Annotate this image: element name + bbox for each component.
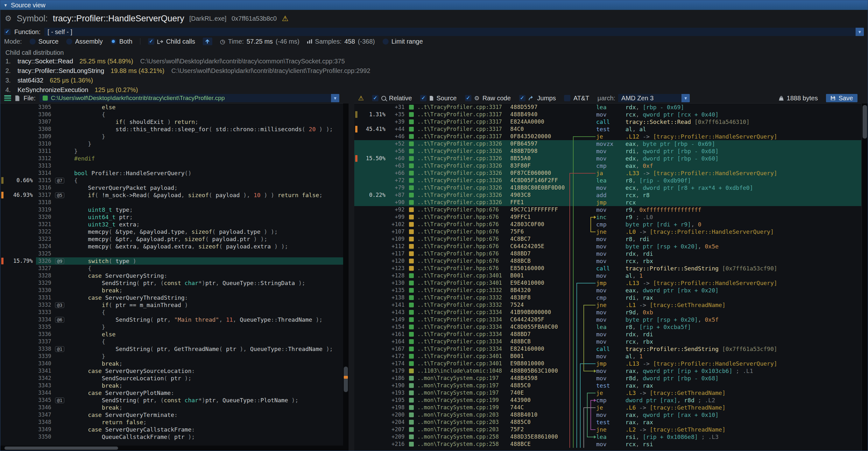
source-line[interactable]: 3323@ memcpy( &ptr, &payload.ptr, sizeof… xyxy=(0,235,343,243)
source-line[interactable]: 3332@3 if( ptr == m_mainThread ) xyxy=(0,301,343,309)
asm-instruction[interactable]: +167..t\TracyProfiler.cpp:3334E824160000… xyxy=(354,345,861,353)
asm-instruction[interactable]: +107..t\TracyProfiler.hpp:67675F6jne.L0 … xyxy=(354,228,861,235)
asm-instruction[interactable]: +200..mon\TracySystem.cpp:203488B4010mov… xyxy=(354,411,861,419)
source-horizontal-scrollbar[interactable] xyxy=(0,446,343,451)
source-line[interactable]: 3325@ xyxy=(0,250,343,257)
raw-code-checkbox[interactable]: ✓ ⚙ Raw code xyxy=(465,95,511,102)
collapse-arrow-icon[interactable]: ▼ xyxy=(3,3,8,8)
asm-instruction[interactable]: +179..1103\include\atomic:1048488B05B63C… xyxy=(354,367,861,374)
source-line[interactable]: 3334@6 SendString( ptr, "Main thread", 1… xyxy=(0,316,343,323)
child-call-entry[interactable]: 1.tracy::Socket::Read25.25 ms (54.89%)C:… xyxy=(5,56,863,66)
source-line[interactable]: 3312@#endif xyxy=(0,155,343,162)
source-line[interactable]: 3306@ { xyxy=(0,111,343,118)
mode-radio-both[interactable]: Both xyxy=(111,38,132,45)
source-line[interactable]: 3348@ return false; xyxy=(0,419,343,426)
asm-instruction[interactable]: 0.22%+87..t\TracyProfiler.cpp:33264903C8… xyxy=(354,191,861,199)
source-line[interactable]: 3338@1 SendString( ptr, GetThreadName( p… xyxy=(0,345,343,353)
source-line[interactable]: 3340@ break; xyxy=(0,360,343,367)
source-line[interactable]: 3308@ std::this_thread::sleep_for( std::… xyxy=(0,125,343,133)
source-line[interactable]: 3342@ SendSourceLocation( ptr ); xyxy=(0,374,343,382)
asm-instruction[interactable]: +149..t\TracyProfiler.cpp:3334C64424205F… xyxy=(354,316,861,323)
asm-instruction[interactable]: +90..t\TracyProfiler.cpp:3326FFE1jmprcx xyxy=(354,199,861,206)
asm-instruction[interactable]: +161..t\TracyProfiler.cpp:3334488BD7movr… xyxy=(354,331,861,338)
file-combo[interactable]: C:\Users\wolf\Desktop\darkrl\contrib\tra… xyxy=(39,94,339,102)
source-vertical-scrollbar[interactable] xyxy=(343,103,348,451)
source-line[interactable]: 3341@ case ServerQuerySourceLocation: xyxy=(0,367,343,374)
source-line[interactable]: 3320@ uint64_t ptr; xyxy=(0,213,343,221)
source-line[interactable]: 3335@ } xyxy=(0,323,343,331)
source-checkbox[interactable]: ✓ Source xyxy=(420,95,457,102)
source-line[interactable]: 3347@ case ServerQueryTerminate: xyxy=(0,411,343,419)
asm-instruction[interactable]: +216..mon\TracySystem.cpp:258488BCEmovrc… xyxy=(354,441,861,448)
source-line[interactable]: 0.66%3315@7{ xyxy=(0,177,343,184)
asm-instruction[interactable]: +52..t\TracyProfiler.cpp:33260FB64597mov… xyxy=(354,140,861,147)
asm-instruction[interactable]: 15.50%+60..t\TracyProfiler.cpp:33268B55A… xyxy=(354,155,861,162)
scrollbar-thumb[interactable] xyxy=(344,367,348,392)
source-line[interactable]: 3313@ xyxy=(0,162,343,170)
child-call-entry[interactable]: 4.KeSynchronizeExecution125 μs (0.27%) xyxy=(5,85,863,93)
source-line[interactable]: 3307@ if( shouldExit ) return; xyxy=(0,118,343,125)
source-line[interactable]: 3324@ memcpy( &extra, &payload.extra, si… xyxy=(0,243,343,250)
asm-instruction[interactable]: +109..t\TracyProfiler.hpp:6764C8BC7movr8… xyxy=(354,235,861,243)
scrollbar-thumb[interactable] xyxy=(4,447,118,450)
source-line[interactable]: 3329@ SendString( ptr, (const char*)ptr,… xyxy=(0,279,343,287)
asm-instruction[interactable]: +39..t\TracyProfiler.cpp:3317E824AA0000c… xyxy=(354,118,861,125)
asm-instruction[interactable]: +123..t\TracyProfiler.hpp:676E850160000c… xyxy=(354,265,861,272)
asm-instruction[interactable]: +72..t\TracyProfiler.cpp:33264C8D05F146F… xyxy=(354,177,861,184)
asm-instruction[interactable]: +135..t\TracyProfiler.cpp:33328B4320move… xyxy=(354,287,861,294)
limit-range-checkbox[interactable]: Limit range xyxy=(382,38,423,45)
source-line[interactable]: 3336@ else xyxy=(0,331,343,338)
asm-instruction[interactable]: +190..mon\TracySystem.cpp:1974885C0testr… xyxy=(354,382,861,389)
asm-instruction[interactable]: +102..t\TracyProfiler.hpp:67642803C0F00c… xyxy=(354,221,861,228)
march-combo[interactable]: AMD Zen 3 ▼ xyxy=(618,94,690,102)
asm-instruction[interactable]: +79..t\TracyProfiler.cpp:3326418B8C80E0B… xyxy=(354,184,861,191)
asm-instruction[interactable]: +204..mon\TracySystem.cpp:2034885C0testr… xyxy=(354,419,861,426)
child-call-entry[interactable]: 2.tracy::Profiler::SendLongString19.88 m… xyxy=(5,66,863,76)
source-line[interactable]: 3305@ else xyxy=(0,103,343,111)
source-line[interactable]: 3331@ case ServerQueryThreadString: xyxy=(0,294,343,301)
asm-instruction[interactable]: +164..t\TracyProfiler.cpp:3334488BCBmovr… xyxy=(354,338,861,345)
asm-instruction[interactable]: +172..t\TracyProfiler.cpp:3401B001moval,… xyxy=(354,353,861,360)
source-line[interactable]: 3339@ } xyxy=(0,353,343,360)
asm-instruction[interactable]: +31..t\TracyProfiler.cpp:3317488D5597lea… xyxy=(354,103,861,111)
asm-instruction[interactable]: 45.41%+44..t\TracyProfiler.cpp:331784C0t… xyxy=(354,125,861,133)
source-line[interactable]: 3318@ xyxy=(0,199,343,206)
file-combo-arrow[interactable]: ▼ xyxy=(331,94,339,102)
source-line[interactable]: 3309@ } xyxy=(0,133,343,140)
source-line[interactable]: 3319@ uint8_t type; xyxy=(0,206,343,213)
asm-instruction[interactable]: +186..mon\TracySystem.cpp:197448B4598mov… xyxy=(354,374,861,382)
asm-instruction[interactable]: +92..t\TracyProfiler.hpp:67649C7C1FFFFFF… xyxy=(354,206,861,213)
save-button[interactable]: Save xyxy=(826,94,858,102)
asm-instruction[interactable]: +128..t\TracyProfiler.cpp:3401B001moval,… xyxy=(354,272,861,279)
child-call-entry[interactable]: 3.stat64i32625 μs (1.36%) xyxy=(5,76,863,85)
asm-instruction[interactable]: +117..t\TracyProfiler.hpp:676488BD7movrd… xyxy=(354,250,861,257)
mode-radio-assembly[interactable]: Assembly xyxy=(66,38,103,45)
asm-instruction[interactable]: 1.31%+35..t\TracyProfiler.cpp:3317488B49… xyxy=(354,111,861,118)
asm-instruction[interactable]: +99..t\TracyProfiler.hpp:67649FFC1incr9 … xyxy=(354,213,861,221)
function-checkbox[interactable]: ✓ xyxy=(4,29,10,35)
asm-instruction[interactable]: +120..t\TracyProfiler.hpp:676488BCBmovrc… xyxy=(354,257,861,265)
mode-radio-source[interactable]: Source xyxy=(30,38,59,45)
scrollbar-thumb[interactable] xyxy=(863,105,867,139)
source-line[interactable]: 3316@ ServerQueryPacket payload; xyxy=(0,184,343,191)
source-line[interactable]: 3314@bool Profiler::HandleServerQuery() xyxy=(0,170,343,177)
source-line[interactable]: 3349@ case ServerQueryCallstackFrame: xyxy=(0,426,343,433)
asm-instruction[interactable]: +141..t\TracyProfiler.cpp:33327524jne.L1… xyxy=(354,301,861,309)
source-line[interactable]: 3344@ case ServerQueryPlotName: xyxy=(0,389,343,396)
propagate-up-button[interactable] xyxy=(203,38,212,45)
child-calls-checkbox[interactable]: ✓ Child calls xyxy=(148,38,195,45)
asm-instruction[interactable]: +112..t\TracyProfiler.hpp:676C64424205Em… xyxy=(354,243,861,250)
source-line[interactable]: 3322@ memcpy( &type, &payload.type, size… xyxy=(0,228,343,235)
asm-instruction[interactable]: +209..mon\TracySystem.cpp:258488D35E8861… xyxy=(354,433,861,441)
relative-checkbox[interactable]: ✓ Relative xyxy=(372,95,412,102)
asm-instruction[interactable]: +46..t\TracyProfiler.cpp:33170F843502000… xyxy=(354,133,861,140)
asm-instruction[interactable]: +154..t\TracyProfiler.cpp:33344C8D055FBA… xyxy=(354,323,861,331)
asm-instruction[interactable]: +143..t\TracyProfiler.cpp:333441B90B0000… xyxy=(354,309,861,316)
source-line[interactable]: 3310@ } xyxy=(0,140,343,147)
march-combo-arrow[interactable]: ▼ xyxy=(681,94,690,102)
source-line[interactable]: 3350@ QueueCallstackFrame( ptr ); xyxy=(0,433,343,441)
source-line[interactable]: 3343@ break; xyxy=(0,382,343,389)
source-line[interactable]: 3330@ break; xyxy=(0,287,343,294)
source-line[interactable]: 3328@ case ServerQueryString: xyxy=(0,272,343,279)
asm-instruction[interactable]: +66..t\TracyProfiler.cpp:33260F87CE06000… xyxy=(354,170,861,177)
